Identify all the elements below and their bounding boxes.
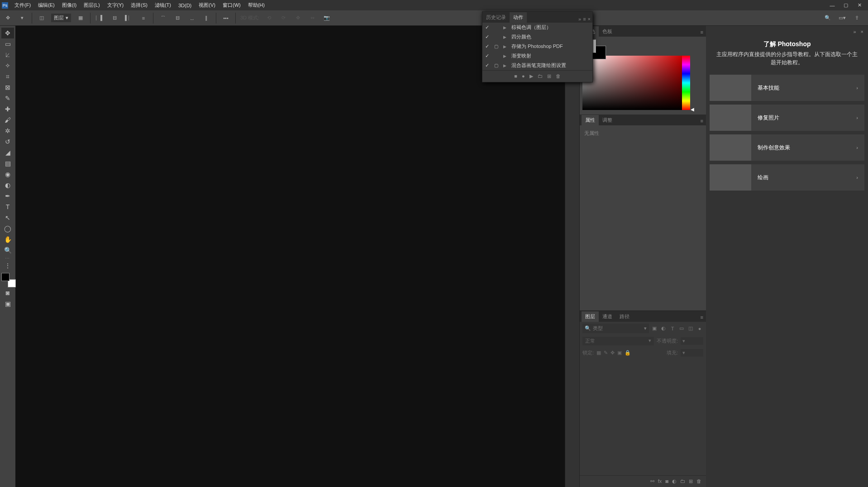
fill-input[interactable]: ▾ <box>681 349 703 357</box>
stop-icon[interactable]: ■ <box>514 73 517 79</box>
tab-swatches[interactable]: 色板 <box>599 26 616 37</box>
path-select-tool[interactable]: ↖ <box>1 212 14 223</box>
tab-properties[interactable]: 属性 <box>582 115 599 125</box>
group-icon[interactable]: 🗀 <box>680 478 685 484</box>
check-icon[interactable]: ✓ <box>485 24 491 30</box>
zoom-tool[interactable]: 🔍 <box>1 245 14 256</box>
menu-layer[interactable]: 图层(L) <box>80 0 103 10</box>
learn-card-creative[interactable]: 制作创意效果 › <box>710 134 864 161</box>
expand-icon[interactable]: ▶ <box>503 25 508 30</box>
action-row[interactable]: ✓▶渐变映射 <box>482 51 592 61</box>
menu-select[interactable]: 选择(S) <box>127 0 151 10</box>
filter-shape-icon[interactable]: ▭ <box>678 325 685 332</box>
lock-move-icon[interactable]: ✥ <box>610 350 615 356</box>
eraser-tool[interactable]: ◢ <box>1 147 14 158</box>
dodge-tool[interactable]: ◐ <box>1 180 14 191</box>
align-right-icon[interactable]: ▌⎸ <box>124 13 134 23</box>
expand-icon[interactable]: ▶ <box>503 35 508 39</box>
actions-menu-icon[interactable]: ≡ <box>583 16 586 22</box>
edit-toolbar[interactable]: ⋮ <box>1 260 14 271</box>
history-brush-tool[interactable]: ↺ <box>1 136 14 147</box>
actions-panel[interactable]: 历史记录 动作 »≡× ✓▶棕褐色调（图层） ✓▶四分颜色 ✓▢▶存储为 Pho… <box>482 11 593 82</box>
learn-close-icon[interactable]: × <box>861 29 863 34</box>
hue-slider[interactable] <box>682 56 690 110</box>
blur-tool[interactable]: ◉ <box>1 169 14 180</box>
delete-layer-icon[interactable]: 🗑 <box>696 478 701 484</box>
tab-layers[interactable]: 图层 <box>582 311 599 322</box>
layer-mask-icon[interactable]: ◙ <box>665 478 668 484</box>
lasso-tool[interactable]: ⟀ <box>1 49 14 60</box>
menu-type[interactable]: 文字(Y) <box>104 0 128 10</box>
play-icon[interactable]: ▶ <box>529 73 533 79</box>
actions-collapse-icon[interactable]: » <box>578 16 581 22</box>
learn-card-paint[interactable]: 绘画 › <box>710 164 864 191</box>
frame-tool[interactable]: ⊠ <box>1 82 14 93</box>
actions-close-icon[interactable]: × <box>588 16 591 22</box>
color-spectrum[interactable] <box>582 56 682 110</box>
foreground-color-swatch[interactable] <box>1 273 10 281</box>
tab-actions[interactable]: 动作 <box>510 12 527 23</box>
align-center-h-icon[interactable]: ⊟ <box>110 13 119 23</box>
expand-icon[interactable]: ▶ <box>503 63 508 68</box>
align-center-v-icon[interactable]: ⊟ <box>172 13 182 23</box>
action-row[interactable]: ✓▢▶混合器画笔克隆绘图设置 <box>482 61 592 70</box>
menu-image[interactable]: 图像(I) <box>58 0 80 10</box>
blend-mode-select[interactable]: 正常 ▾ <box>582 337 654 345</box>
hand-tool[interactable]: ✋ <box>1 234 14 245</box>
delete-action-icon[interactable]: 🗑 <box>556 73 561 79</box>
window-minimize[interactable]: — <box>825 1 839 10</box>
check-icon[interactable]: ✓ <box>485 62 491 68</box>
eyedropper-tool[interactable]: ✎ <box>1 93 14 104</box>
distribute-icon[interactable]: ‖ <box>201 13 211 23</box>
properties-panel-menu-icon[interactable]: ≡ <box>698 116 706 125</box>
autoselect-mode[interactable]: 图层 ▾ <box>51 14 71 22</box>
align-top-icon[interactable]: ⎴ <box>158 13 168 23</box>
layer-fx-icon[interactable]: fx <box>658 478 662 484</box>
menu-3d[interactable]: 3D(D) <box>175 1 195 10</box>
tab-adjustments[interactable]: 调整 <box>599 115 616 125</box>
align-left-icon[interactable]: ⎸▌ <box>95 13 105 23</box>
new-action-icon[interactable]: ⊞ <box>547 73 551 79</box>
menu-window[interactable]: 窗口(W) <box>219 0 244 10</box>
check-icon[interactable]: ✓ <box>485 53 491 59</box>
pen-tool[interactable]: ✒ <box>1 191 14 201</box>
share-icon[interactable]: ⇪ <box>852 13 862 23</box>
more-options-icon[interactable]: ••• <box>221 13 231 23</box>
dialog-icon[interactable]: ▢ <box>494 63 500 68</box>
action-row[interactable]: ✓▶棕褐色调（图层） <box>482 23 592 32</box>
new-layer-icon[interactable]: ⊞ <box>689 478 693 484</box>
expand-icon[interactable]: ▶ <box>503 44 508 49</box>
link-layers-icon[interactable]: ⚯ <box>650 478 654 484</box>
search-icon[interactable]: 🔍 <box>823 13 833 23</box>
new-set-icon[interactable]: 🗀 <box>538 73 543 79</box>
action-row[interactable]: ✓▶四分颜色 <box>482 32 592 42</box>
filter-image-icon[interactable]: ▣ <box>651 325 658 332</box>
color-panel-menu-icon[interactable]: ≡ <box>698 28 706 37</box>
opacity-input[interactable]: ▾ <box>681 337 703 345</box>
brush-tool[interactable]: 🖌 <box>1 115 14 125</box>
align-segment-icon[interactable]: ≡ <box>138 13 148 23</box>
action-row[interactable]: ✓▢▶存储为 Photoshop PDF <box>482 42 592 51</box>
quick-mask-tool[interactable]: ◙ <box>1 287 14 298</box>
color-swatches[interactable] <box>1 273 14 286</box>
lock-pixels-icon[interactable]: ▦ <box>596 350 601 356</box>
menu-view[interactable]: 视图(V) <box>195 0 219 10</box>
filter-type-icon[interactable]: T <box>669 325 676 332</box>
lock-artboard-icon[interactable]: ▣ <box>617 350 622 356</box>
shape-tool[interactable]: ◯ <box>1 223 14 234</box>
menu-help[interactable]: 帮助(H) <box>244 0 268 10</box>
filter-smart-icon[interactable]: ◫ <box>687 325 694 332</box>
layers-panel-menu-icon[interactable]: ≡ <box>698 313 706 322</box>
learn-card-retouch[interactable]: 修复照片 › <box>710 105 864 131</box>
menu-edit[interactable]: 编辑(E) <box>34 0 58 10</box>
learn-card-basics[interactable]: 基本技能 › <box>710 75 864 101</box>
lock-all-icon[interactable]: 🔒 <box>625 350 631 356</box>
tab-history[interactable]: 历史记录 <box>482 12 510 23</box>
check-icon[interactable]: ✓ <box>485 34 491 40</box>
transform-controls-icon[interactable]: ▦ <box>76 13 86 23</box>
adjustment-layer-icon[interactable]: ◐ <box>672 478 677 484</box>
check-icon[interactable]: ✓ <box>485 43 491 49</box>
learn-collapse-icon[interactable]: » <box>853 29 856 34</box>
tool-dropdown-icon[interactable]: ▾ <box>17 13 27 23</box>
magic-wand-tool[interactable]: ✧ <box>1 60 14 71</box>
